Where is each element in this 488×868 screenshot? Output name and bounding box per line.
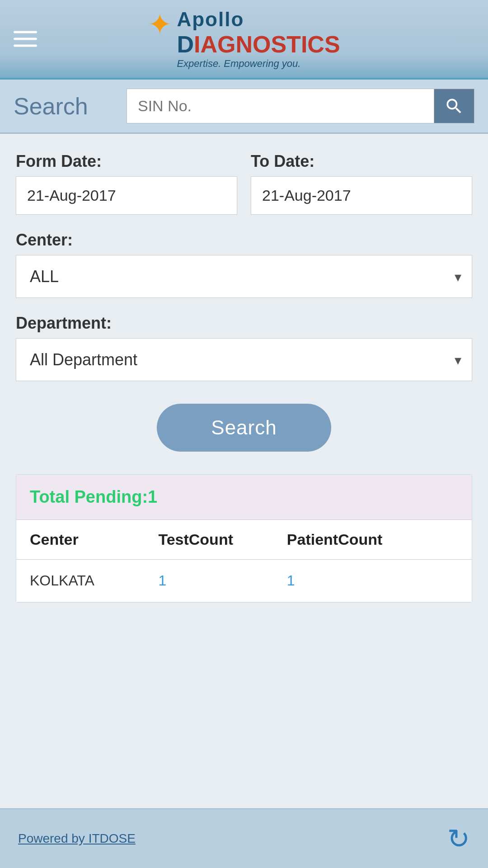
- total-pending-bar: Total Pending:1: [16, 475, 472, 520]
- center-select[interactable]: ALL: [16, 255, 472, 298]
- center-section: Center: ALL ▾: [16, 231, 472, 298]
- search-button-wrap: Search: [16, 404, 472, 452]
- results-card: Total Pending:1 Center TestCount Patient…: [16, 474, 472, 603]
- to-date-label: To Date:: [251, 152, 472, 171]
- center-dropdown-wrap: ALL ▾: [16, 255, 472, 298]
- logo-apollo-text: Apollo: [177, 8, 340, 31]
- department-select[interactable]: All Department: [16, 338, 472, 381]
- table-cell-center: KOLKATA: [30, 572, 158, 589]
- sin-search-button[interactable]: [434, 89, 474, 123]
- logo-tagline: Expertise. Empowering you.: [177, 58, 340, 70]
- refresh-icon[interactable]: ↺: [447, 823, 470, 854]
- center-label: Center:: [16, 231, 472, 250]
- table-cell-testcount[interactable]: 1: [158, 572, 286, 589]
- search-icon: [444, 96, 464, 116]
- date-row: Form Date: To Date:: [16, 152, 472, 215]
- search-bar-row: Search: [0, 80, 488, 134]
- table-cell-patientcount[interactable]: 1: [287, 572, 458, 589]
- to-date-input[interactable]: [251, 176, 472, 215]
- app-logo: ✦ Apollo D IAGNOSTICS Expertise. Empower…: [148, 8, 340, 70]
- logo-d-letter: D: [177, 31, 194, 58]
- search-title: Search: [14, 93, 117, 120]
- logo-star-icon: ✦: [148, 10, 172, 39]
- powered-by-link[interactable]: Powered by ITDOSE: [18, 831, 136, 846]
- search-button[interactable]: Search: [157, 404, 331, 452]
- department-section: Department: All Department ▾: [16, 314, 472, 381]
- to-date-col: To Date:: [251, 152, 472, 215]
- sin-input-wrap: [127, 89, 474, 123]
- department-dropdown-wrap: All Department ▾: [16, 338, 472, 381]
- total-pending-text: Total Pending:1: [30, 487, 157, 506]
- from-date-label: Form Date:: [16, 152, 237, 171]
- hamburger-menu[interactable]: [14, 31, 37, 47]
- main-content: Form Date: To Date: Center: ALL ▾ Depart…: [0, 134, 488, 808]
- table-header-center: Center: [30, 531, 158, 548]
- table-header-testcount: TestCount: [158, 531, 286, 548]
- from-date-col: Form Date:: [16, 152, 237, 215]
- from-date-input[interactable]: [16, 176, 237, 215]
- app-header: ✦ Apollo D IAGNOSTICS Expertise. Empower…: [0, 0, 488, 80]
- sin-input[interactable]: [127, 89, 434, 123]
- logo-iagnostics-text: IAGNOSTICS: [194, 31, 340, 58]
- department-label: Department:: [16, 314, 472, 333]
- table-row: KOLKATA 1 1: [16, 560, 472, 602]
- app-footer: Powered by ITDOSE ↺: [0, 808, 488, 868]
- table-header-row: Center TestCount PatientCount: [16, 520, 472, 560]
- table-header-patientcount: PatientCount: [287, 531, 458, 548]
